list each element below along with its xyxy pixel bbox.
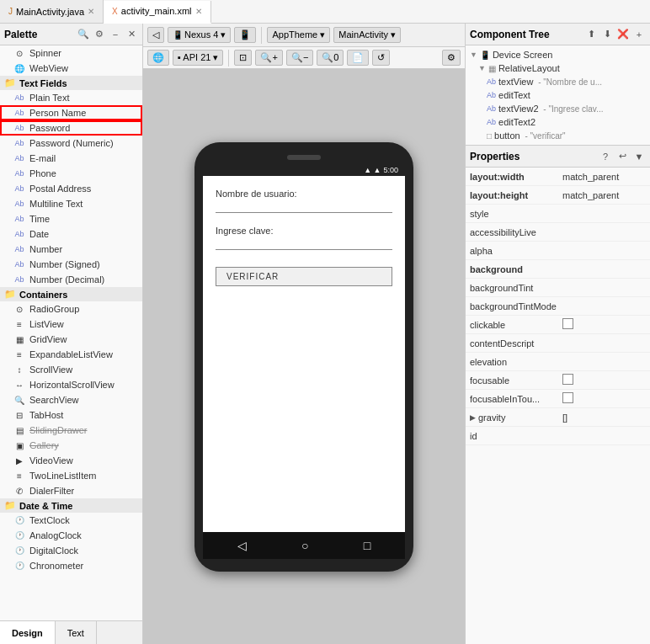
tab-design[interactable]: Design (0, 621, 56, 644)
tree-item-textview2[interactable]: Ab textView2 - "Ingrese clav... (466, 102, 650, 115)
tree-expand-arrow: ▼ (478, 64, 486, 72)
palette-item-digitalclock[interactable]: 🕐 DigitalClock (0, 543, 142, 558)
zoom-reset-button[interactable]: 🔍0 (317, 50, 344, 66)
palette-settings-icon[interactable]: ⚙ (93, 28, 106, 41)
palette-item-password[interactable]: Ab Password (0, 120, 142, 136)
refresh-button[interactable]: ↺ (372, 50, 390, 66)
properties-toolbar: ? ↩ ▼ (599, 150, 646, 163)
sort-desc-icon[interactable]: ⬇ (600, 28, 614, 41)
tab-main-activity[interactable]: J MainActivity.java ✕ (0, 0, 104, 23)
palette-item-number-decimal[interactable]: Ab Number (Decimal) (0, 272, 142, 287)
palette-item-videoview[interactable]: ▶ VideoView (0, 453, 142, 468)
palette-item-spinner[interactable]: ⊙ Spinner (0, 45, 142, 61)
palette-item-gridview[interactable]: ▦ GridView (0, 332, 142, 347)
palette-search-icon[interactable]: 🔍 (77, 28, 90, 41)
tab-text[interactable]: Text (56, 621, 97, 644)
props-help-icon[interactable]: ? (599, 150, 612, 163)
palette-item-gallery[interactable]: ▣ Gallery (0, 438, 142, 453)
back-button[interactable]: ◁ (147, 27, 164, 43)
palette-item-tabhost[interactable]: ⊟ TabHost (0, 407, 142, 423)
palette-item-listview[interactable]: ≡ ListView (0, 317, 142, 332)
locale-button[interactable]: 🌐 (147, 50, 169, 66)
tree-item-relative-layout[interactable]: ▼ ▦ RelativeLayout (466, 61, 650, 75)
api-selector[interactable]: ▪ API 21 ▾ (173, 50, 223, 66)
add-icon[interactable]: + (632, 28, 646, 41)
xml-file-icon: X (112, 7, 118, 16)
palette-item-multiline-text[interactable]: Ab Multiline Text (0, 196, 142, 211)
phone-recent-button[interactable]: □ (364, 539, 370, 552)
focusable-checkbox[interactable] (562, 374, 573, 385)
clickable-checkbox[interactable] (562, 318, 573, 329)
tree-item-edittext[interactable]: Ab editText (466, 88, 650, 102)
palette-item-time[interactable]: Ab Time (0, 211, 142, 226)
slidingdrawer-icon: ▤ (13, 424, 25, 436)
settings-button[interactable]: ⚙ (442, 50, 461, 66)
zoom-in-button[interactable]: 🔍+ (255, 50, 282, 66)
palette-item-number[interactable]: Ab Number (0, 242, 142, 257)
prop-row-background: background (466, 260, 650, 279)
palette-item-phone[interactable]: Ab Phone (0, 166, 142, 181)
properties-header: Properties ? ↩ ▼ (466, 146, 650, 168)
props-filter-icon[interactable]: ▼ (632, 150, 646, 163)
palette-minimize-icon[interactable]: − (109, 28, 122, 41)
password-input[interactable] (216, 237, 392, 250)
palette-item-email[interactable]: Ab E-mail (0, 151, 142, 166)
device-selector[interactable]: 📱 Nexus 4 ▾ (168, 27, 231, 43)
palette-item-dialerfilter[interactable]: ✆ DialerFilter (0, 483, 142, 498)
palette-item-person-name[interactable]: Ab Person Name (0, 105, 142, 120)
phone-home-button[interactable]: ○ (301, 539, 308, 552)
bottom-tabs: Design Text (0, 620, 142, 644)
palette-item-number-signed[interactable]: Ab Number (Signed) (0, 257, 142, 272)
palette-item-postal-address[interactable]: Ab Postal Address (0, 181, 142, 196)
theme-selector[interactable]: AppTheme ▾ (267, 27, 330, 43)
tree-item-edittext2[interactable]: Ab editText2 (466, 115, 650, 129)
prop-row-layout-height: layout:height match_parent (466, 186, 650, 205)
relativelayout-icon: ▦ (488, 64, 496, 73)
username-input[interactable] (216, 200, 392, 213)
palette-item-hscrollview[interactable]: ↔ HorizontalScrollView (0, 377, 142, 392)
palette-category-containers[interactable]: 📁 Containers (0, 287, 142, 301)
palette-item-chronometer[interactable]: 🕐 Chronometer (0, 558, 142, 573)
palette-item-plain-text[interactable]: Ab Plain Text (0, 90, 142, 105)
fit-button[interactable]: ⊡ (234, 50, 252, 66)
palette-item-webview[interactable]: 🌐 WebView (0, 61, 142, 76)
palette-item-analogclock[interactable]: 🕐 AnalogClock (0, 528, 142, 543)
zoom-out-button[interactable]: 🔍− (286, 50, 313, 66)
date-icon: Ab (13, 228, 25, 240)
palette-item-searchview[interactable]: 🔍 SearchView (0, 392, 142, 407)
palette-toolbar: Palette 🔍 ⚙ − ✕ (0, 24, 142, 45)
delete-icon[interactable]: ❌ (616, 28, 630, 41)
phone-back-button[interactable]: ◁ (237, 539, 247, 552)
tree-item-device-screen[interactable]: ▼ 📱 Device Screen (466, 48, 650, 61)
screenshot-button[interactable]: 📄 (347, 50, 369, 66)
palette-title: Palette (4, 29, 74, 40)
palette-item-textclock[interactable]: 🕐 TextClock (0, 513, 142, 528)
gravity-expand-arrow[interactable]: ▶ (470, 413, 476, 422)
sort-icon[interactable]: ⬆ (584, 28, 598, 41)
tree-item-button[interactable]: □ button - "verificar" (466, 129, 650, 142)
tree-item-textview[interactable]: Ab textView - "Nombre de u... (466, 75, 650, 88)
palette-close-icon[interactable]: ✕ (125, 28, 138, 41)
rotate-button[interactable]: 📱 (234, 27, 256, 43)
activity-selector[interactable]: MainActivity ▾ (333, 27, 401, 43)
palette-item-twolinelistitem[interactable]: ≡ TwoLineListItem (0, 468, 142, 483)
palette-item-expandable-listview[interactable]: ≡ ExpandableListView (0, 347, 142, 362)
prop-row-accessibility-live: accessibilityLive (466, 223, 650, 242)
containers-folder-icon: 📁 (4, 289, 16, 300)
focusable-in-touch-checkbox[interactable] (562, 392, 573, 403)
password-icon: Ab (13, 122, 25, 134)
tab-close-icon[interactable]: ✕ (88, 7, 94, 16)
tab-close-icon[interactable]: ✕ (195, 7, 202, 16)
palette-category-date-time[interactable]: 📁 Date & Time (0, 498, 142, 513)
props-undo-icon[interactable]: ↩ (615, 150, 629, 163)
palette-item-date[interactable]: Ab Date (0, 226, 142, 242)
palette-category-text-fields[interactable]: 📁 Text Fields (0, 76, 142, 90)
palette-item-scrollview[interactable]: ↕ ScrollView (0, 362, 142, 377)
verificar-button[interactable]: VERIFICAR (216, 267, 392, 286)
prop-row-focusable-in-touch: focusableInTou... (466, 390, 650, 408)
palette-item-password-numeric[interactable]: Ab Password (Numeric) (0, 136, 142, 151)
palette-item-slidingdrawer[interactable]: ▤ SlidingDrawer (0, 423, 142, 438)
tab-activity-xml[interactable]: X activity_main.xml ✕ (104, 1, 210, 24)
center-panel: ◁ 📱 Nexus 4 ▾ 📱 AppTheme ▾ MainActivity … (143, 24, 465, 644)
palette-item-radiogroup[interactable]: ⊙ RadioGroup (0, 301, 142, 317)
